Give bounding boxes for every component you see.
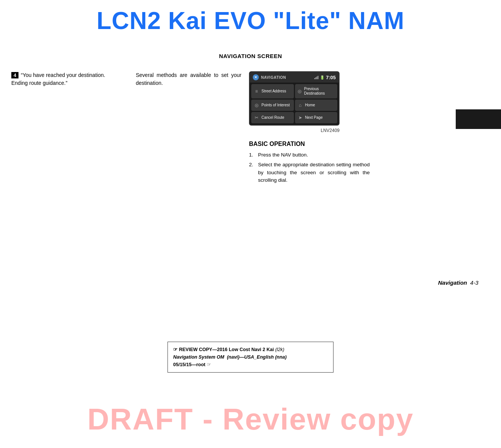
street-address-icon: ≡ <box>254 88 260 94</box>
navigation-screen-mockup: ✕ NAVIGATION 🔋 7:05 ≡ <box>249 71 340 126</box>
middle-column-text: Several methods are available to set you… <box>136 71 241 87</box>
battery-icon: 🔋 <box>320 75 324 80</box>
poi-label: Points of Interest <box>261 103 290 107</box>
next-page-button[interactable]: ➤ Next Page <box>295 112 338 123</box>
step-text: Select the appropriate destination setti… <box>258 161 370 184</box>
step-number: 2. <box>249 161 256 184</box>
review-copy-text: ☞ REVIEW COPY—2016 Low Cost Navi 2 Kai (… <box>173 346 328 368</box>
street-address-button[interactable]: ≡ Street Address <box>251 84 294 98</box>
main-content: 4“You have reached your destination. End… <box>0 71 501 186</box>
basic-operation-list: 1. Press the NAV button. 2. Select the a… <box>249 151 370 184</box>
image-label: LNV2409 <box>321 128 340 133</box>
black-decoration-rect <box>456 109 501 129</box>
signal-icon <box>314 75 318 79</box>
next-page-icon: ➤ <box>297 115 303 121</box>
nav-button-grid: ≡ Street Address ◎ Previous Destinations… <box>250 83 339 125</box>
nav-screen-header: ✕ NAVIGATION 🔋 7:05 <box>250 72 339 83</box>
step-number: 1. <box>249 151 256 159</box>
left-column-text: “You have reached your destination. Endi… <box>11 72 105 86</box>
cancel-route-button[interactable]: ✂ Cancel Route <box>251 112 294 123</box>
review-line2: Navigation System OM (navi)—USA_English … <box>173 354 287 360</box>
list-item: 2. Select the appropriate destination se… <box>249 161 370 184</box>
previous-destinations-label: Previous Destinations <box>304 87 335 96</box>
cancel-route-icon: ✂ <box>254 115 260 121</box>
navigation-icon: ✕ <box>253 74 259 80</box>
poi-icon: ◎ <box>254 102 260 108</box>
draft-watermark: DRAFT - Review copy <box>0 402 501 437</box>
nav-header-left: ✕ NAVIGATION <box>253 74 286 80</box>
home-icon: ⌂ <box>297 102 303 108</box>
cancel-route-label: Cancel Route <box>261 115 284 120</box>
step-text: Press the NAV button. <box>258 151 308 159</box>
page-title: LCN2 Kai EVO "Lite" NAM <box>0 0 501 35</box>
nav-label: NAVIGATION <box>261 75 286 80</box>
nav-status-area: 🔋 7:05 <box>314 75 336 80</box>
street-address-label: Street Address <box>261 89 286 94</box>
step-badge: 4 <box>11 72 18 78</box>
home-button[interactable]: ⌂ Home <box>295 100 338 111</box>
next-page-label: Next Page <box>305 115 323 120</box>
review-line1-normal: (l2k) <box>274 347 284 352</box>
previous-destinations-icon: ◎ <box>297 88 303 94</box>
basic-operation-section: BASIC OPERATION 1. Press the NAV button.… <box>249 141 370 186</box>
home-label: Home <box>305 103 315 107</box>
section-title: NAVIGATION SCREEN <box>0 53 501 59</box>
points-of-interest-button[interactable]: ◎ Points of Interest <box>251 100 294 111</box>
review-copy-box: ☞ REVIEW COPY—2016 Low Cost Navi 2 Kai (… <box>168 342 333 373</box>
nav-time: 7:05 <box>326 75 336 80</box>
middle-column: Several methods are available to set you… <box>128 71 249 186</box>
review-line1-bold: ☞ REVIEW COPY—2016 Low Cost Navi 2 Kai <box>173 347 274 352</box>
previous-destinations-button[interactable]: ◎ Previous Destinations <box>295 84 338 98</box>
list-item: 1. Press the NAV button. <box>249 151 370 159</box>
page-num: 4-3 <box>470 279 478 286</box>
page-number: Navigation 4-3 <box>438 279 478 286</box>
left-column: 4“You have reached your destination. End… <box>11 71 128 186</box>
review-line3: 05/15/15—root ☞ <box>173 362 211 367</box>
basic-operation-title: BASIC OPERATION <box>249 141 370 147</box>
right-column: ✕ NAVIGATION 🔋 7:05 ≡ <box>249 71 490 186</box>
page-section-label: Navigation <box>438 279 467 286</box>
